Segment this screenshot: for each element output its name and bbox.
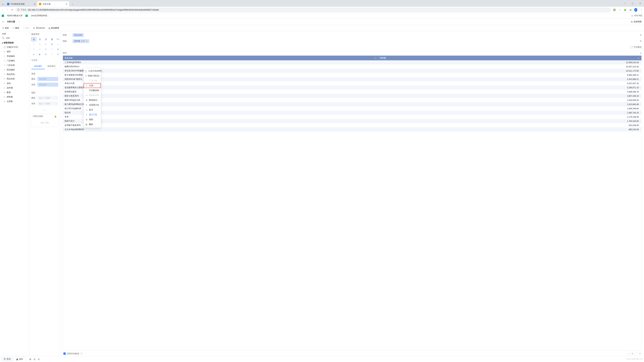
tab-data[interactable]: 🗄数据 xyxy=(1,357,13,362)
table-row[interactable]: 嘉士利115g威化饼2,490,246.64 xyxy=(63,106,642,111)
table-row[interactable]: 太太乐40g鸡精调味料685,025.09 xyxy=(63,127,642,132)
bookmark-star-icon[interactable]: ☆ xyxy=(618,9,621,11)
tab-component[interactable]: ▦组件 xyxy=(14,357,26,362)
chart-type-option[interactable]: ◐ xyxy=(38,52,42,56)
chart-type-option[interactable]: ▤ xyxy=(44,37,48,41)
table-row[interactable]: 养乐多100ml*5乳酸菌10,421,174.65 xyxy=(63,69,642,73)
kebab-menu-icon[interactable]: ⋮ xyxy=(640,9,643,11)
menu-item-agg[interactable]: ∑汇总方式(求和)› xyxy=(84,68,101,73)
menu-item-delete[interactable]: 🗑删除 xyxy=(84,122,101,127)
chart-type-option[interactable]: 〰 xyxy=(50,47,54,51)
field-item[interactable]: T门店名称 xyxy=(0,63,29,67)
chart-type-option[interactable]: ▦ xyxy=(31,37,36,41)
chart-type-option[interactable]: 〰 xyxy=(31,47,36,51)
info-icon[interactable]: ⓘ xyxy=(80,352,82,355)
table-row[interactable]: 冬笋2,179,186.56 xyxy=(63,115,642,119)
tab-menu-caret[interactable]: ▾ xyxy=(1,2,5,7)
sort-icon[interactable]: ≡↓ xyxy=(374,57,376,59)
back-icon[interactable]: ⇤ xyxy=(2,21,4,23)
chart-type-option[interactable]: ∵ xyxy=(50,52,54,56)
refresh-grid-icon[interactable]: ⟳ xyxy=(639,353,641,355)
manual-preview-toggle[interactable]: 手动预览 xyxy=(630,46,642,49)
menu-item-quick[interactable]: ≡快速计算(无)› xyxy=(84,73,101,78)
dataset-header[interactable]: ▸ 销售明细表 xyxy=(0,41,29,45)
menu-item-copy[interactable]: ⧉复制 xyxy=(84,117,101,122)
view-all-data-label[interactable]: 查看所有数据 xyxy=(67,352,79,355)
nav-back-icon[interactable]: ← xyxy=(1,9,4,11)
close-window-button[interactable]: ✕ xyxy=(636,1,644,6)
col-header-name[interactable]: 商品名称≡↓ xyxy=(63,56,378,60)
maximize-button[interactable]: ▢ xyxy=(628,1,636,6)
bottom-icon-1[interactable]: ▦ xyxy=(29,358,31,360)
menu-item-numfmt[interactable]: ⚙数值格式... xyxy=(84,98,101,103)
menu-item-databar[interactable]: 开启数据条 xyxy=(84,88,101,93)
chart-type-option[interactable]: ⫶ xyxy=(56,42,60,46)
field-item[interactable]: T单据编码 xyxy=(0,54,29,58)
search-input[interactable] xyxy=(6,37,31,39)
prev-page-button[interactable]: ‹ xyxy=(628,352,631,355)
bookmark-item[interactable]: Java互联网架构课... xyxy=(31,14,49,17)
profile-avatar[interactable]: ● xyxy=(634,8,637,12)
field-item[interactable]: T省份 xyxy=(0,81,29,86)
refresh-button[interactable]: ⟳刷新 xyxy=(2,27,9,29)
field-item[interactable]: 🕑日期(年月日) xyxy=(0,45,29,49)
undo-button[interactable]: ↶撤销 xyxy=(12,27,19,29)
table-row[interactable]: 家之寓圆形24夹晒架6,864,495.21 xyxy=(63,73,642,77)
tab-component-style[interactable]: 组件样式 xyxy=(45,64,58,69)
translate-icon[interactable]: 🈯 xyxy=(613,9,616,11)
menu-item-filter[interactable]: ▽过滤... xyxy=(84,83,101,88)
chart-type-option[interactable]: ● xyxy=(31,52,36,56)
result-filter-box[interactable]: 结果过滤器🔒 拖入字段 xyxy=(31,114,58,127)
bottom-icon-3[interactable]: ▤ xyxy=(38,358,40,360)
chart-type-option[interactable]: ⊚ xyxy=(56,52,60,56)
minimize-button[interactable]: — xyxy=(621,1,628,6)
url-box[interactable]: ⓘ 不安全 192.168.171.80:8080/finebi/decisio… xyxy=(16,7,611,12)
chart-type-option[interactable]: ⊞ xyxy=(50,42,54,46)
drag-handle-icon[interactable]: ⋮⋮ xyxy=(27,48,32,50)
chart-type-option[interactable]: ◔ xyxy=(56,47,60,51)
more-icon[interactable]: ⋮ xyxy=(18,21,20,23)
chart-type-option[interactable]: ⬡ xyxy=(44,47,48,51)
lineage-button[interactable]: ⇆ 血缘视图 xyxy=(631,20,642,23)
bottom-icon-2[interactable]: ▥ xyxy=(34,358,36,360)
ind-pill[interactable]: 销售额 求和 ▼ xyxy=(72,39,89,43)
browser-tab-subject[interactable]: 分析主题 ✕ xyxy=(37,1,69,7)
menu-item-dispname[interactable]: ✎设置显示名 xyxy=(84,103,101,107)
chevron-down-icon[interactable]: ▼ xyxy=(86,40,88,42)
lock-icon[interactable]: 🔒 xyxy=(54,115,57,117)
field-item[interactable]: #记录数 xyxy=(0,99,29,104)
dim-pill[interactable]: 商品名称 xyxy=(72,33,84,37)
extensions-icon[interactable]: 🧩 xyxy=(624,9,626,11)
checkbox-checked-icon[interactable]: ✓ xyxy=(64,353,66,355)
menu-item-note[interactable]: ▭备注 xyxy=(84,107,101,112)
all-bookmarks[interactable]: 所有书签 xyxy=(634,14,642,17)
dim-color-chip[interactable]: 商品名称 xyxy=(38,77,58,81)
chart-type-option[interactable]: ⤳ xyxy=(38,47,42,51)
chart-type-option[interactable]: ▦ xyxy=(50,37,54,41)
table-row[interactable]: 西域香妃蜜瓜4,489,286.78 xyxy=(63,90,642,94)
chevron-down-icon[interactable]: ⌄ xyxy=(26,33,27,35)
side-panel-icon[interactable]: ▥ xyxy=(629,9,632,11)
browser-tab-finebi[interactable]: FineBI商业智能 ✕ xyxy=(5,1,37,7)
table-row[interactable]: 德芙巧克力1,784,429.08 xyxy=(63,119,642,123)
chart-type-option[interactable]: 123 xyxy=(56,37,60,41)
table-row[interactable]: 微爽日用245mm10,457,310.43 xyxy=(63,64,642,69)
close-icon[interactable]: ✕ xyxy=(34,3,36,5)
field-item[interactable]: #数量 xyxy=(0,90,29,95)
table-row[interactable]: 丽芝士散装系列3,967,448.19 xyxy=(63,94,642,98)
table-row[interactable]: 雕牌1500g洗洁精2,616,508.28 xyxy=(63,98,642,102)
col-header-value[interactable]: 销售额≡↓ xyxy=(378,56,642,60)
table-row[interactable]: 本地小白菜5,437,937.33 xyxy=(63,81,642,85)
chart-type-option[interactable]: ⫴ xyxy=(38,42,42,46)
field-item[interactable]: T商品编码 xyxy=(0,67,29,72)
close-icon[interactable]: ✕ xyxy=(66,3,68,5)
scope-all[interactable]: 全部 xyxy=(2,32,24,35)
ind-color-slot[interactable]: 拖入一个指标 xyxy=(38,96,58,100)
table-row[interactable]: 盐津铺子散装系列832,038.93 xyxy=(63,123,642,127)
explain-button[interactable]: ▤数据解释 xyxy=(48,27,59,29)
field-item[interactable]: T门店编码 xyxy=(0,58,29,63)
next-page-button[interactable]: › xyxy=(634,352,637,355)
table-row[interactable]: 三全960g奶香馒头10,596,618.09 xyxy=(63,60,642,64)
table-row[interactable]: 西红柿2,460,764.25 xyxy=(63,111,642,115)
reload-icon[interactable]: ⟳ xyxy=(11,9,14,11)
